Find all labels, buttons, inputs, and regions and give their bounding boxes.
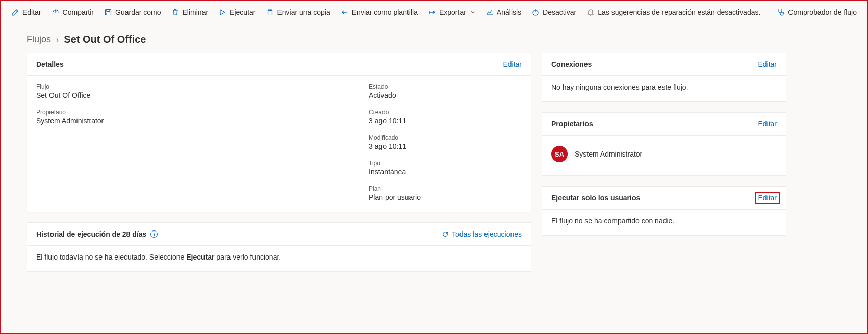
connections-edit-link[interactable]: Editar xyxy=(758,60,777,68)
owners-card: Propietarios Editar SA System Administra… xyxy=(542,112,786,176)
owners-edit-link[interactable]: Editar xyxy=(758,120,777,128)
avatar: SA xyxy=(551,146,568,162)
run-only-edit-link[interactable]: Editar xyxy=(758,194,777,202)
svg-rect-1 xyxy=(268,10,272,15)
connections-title: Conexiones xyxy=(551,60,592,68)
flow-value: Set Out Of Office xyxy=(36,91,348,99)
run-only-edit-highlight: Editar xyxy=(755,192,780,204)
copy-icon xyxy=(266,8,274,16)
command-bar: Editar Compartir Guardar como Eliminar E… xyxy=(1,1,867,23)
delete-label: Eliminar xyxy=(183,8,209,16)
play-icon xyxy=(218,8,226,16)
page-title: Set Out Of Office xyxy=(64,34,146,45)
repair-suggestions-button[interactable]: Las sugerencias de reparación están desa… xyxy=(582,6,764,18)
save-as-button[interactable]: Guardar como xyxy=(100,6,165,18)
arrow-left-icon xyxy=(341,8,349,16)
run-label: Ejecutar xyxy=(229,8,256,16)
run-only-card: Ejecutar solo los usuarios Editar El flu… xyxy=(542,186,786,236)
modified-label: Modificado xyxy=(369,134,522,141)
details-edit-link[interactable]: Editar xyxy=(503,60,522,68)
info-icon[interactable]: i xyxy=(150,230,158,238)
power-icon xyxy=(531,8,540,16)
owner-row: SA System Administrator xyxy=(551,143,777,165)
details-card: Detalles Editar Flujo Set Out Of Office … xyxy=(27,53,531,212)
delete-button[interactable]: Eliminar xyxy=(167,6,213,18)
run-only-empty-text: El flujo no se ha compartido con nadie. xyxy=(551,217,777,225)
bell-icon xyxy=(586,8,595,16)
run-history-empty-suffix: para verlo funcionar. xyxy=(214,253,281,261)
created-value: 3 ago 10:11 xyxy=(369,117,522,125)
run-button[interactable]: Ejecutar xyxy=(214,6,260,18)
details-title: Detalles xyxy=(36,60,64,68)
plan-value: Plan por usuario xyxy=(369,193,522,201)
analytics-label: Análisis xyxy=(497,8,521,16)
export-label: Exportar xyxy=(439,8,466,16)
pencil-icon xyxy=(11,8,19,16)
disable-label: Desactivar xyxy=(543,8,576,16)
connections-empty-text: No hay ninguna conexiones para este fluj… xyxy=(551,83,777,91)
owner-name: System Administrator xyxy=(575,150,642,158)
created-label: Creado xyxy=(369,109,522,116)
refresh-icon xyxy=(442,230,449,238)
breadcrumb: Flujos › Set Out Of Office xyxy=(1,23,867,53)
save-as-icon xyxy=(104,8,112,16)
run-history-empty-bold: Ejecutar xyxy=(186,253,214,261)
run-history-card: Historial de ejecución de 28 días i Toda… xyxy=(27,222,531,272)
stethoscope-icon xyxy=(777,8,785,16)
breadcrumb-flows-link[interactable]: Flujos xyxy=(27,34,51,45)
edit-label: Editar xyxy=(22,8,41,16)
flow-checker-label: Comprobador de flujo xyxy=(788,8,857,16)
type-label: Tipo xyxy=(369,160,522,167)
send-copy-button[interactable]: Enviar una copia xyxy=(262,6,334,18)
analytics-icon xyxy=(486,8,494,16)
run-history-title: Historial de ejecución de 28 días xyxy=(36,230,146,238)
share-icon xyxy=(52,8,60,16)
status-value: Activado xyxy=(369,91,522,99)
plan-label: Plan xyxy=(369,185,522,192)
send-template-button[interactable]: Enviar como plantilla xyxy=(337,6,422,18)
analytics-button[interactable]: Análisis xyxy=(481,6,525,18)
svg-rect-0 xyxy=(106,9,111,15)
chevron-down-icon xyxy=(470,10,475,15)
connections-card: Conexiones Editar No hay ninguna conexio… xyxy=(542,53,786,102)
page-body: Detalles Editar Flujo Set Out Of Office … xyxy=(1,53,867,282)
svg-point-3 xyxy=(783,12,784,13)
run-only-title: Ejecutar solo los usuarios xyxy=(551,194,640,202)
repair-suggestions-label: Las sugerencias de reparación están desa… xyxy=(598,8,760,16)
send-copy-label: Enviar una copia xyxy=(277,8,330,16)
status-label: Estado xyxy=(369,83,522,90)
type-value: Instantánea xyxy=(369,168,522,176)
flow-label: Flujo xyxy=(36,83,348,90)
all-runs-link[interactable]: Todas las ejecuciones xyxy=(442,230,522,238)
modified-value: 3 ago 10:11 xyxy=(369,142,522,150)
export-button[interactable]: Exportar xyxy=(424,6,479,18)
all-runs-label: Todas las ejecuciones xyxy=(452,230,522,238)
owner-label: Propietario xyxy=(36,109,348,116)
flow-checker-button[interactable]: Comprobador de flujo xyxy=(773,6,861,18)
export-icon xyxy=(428,8,436,16)
edit-button[interactable]: Editar xyxy=(7,6,45,18)
send-template-label: Enviar como plantilla xyxy=(352,8,418,16)
disable-button[interactable]: Desactivar xyxy=(527,6,580,18)
share-label: Compartir xyxy=(63,8,94,16)
owners-title: Propietarios xyxy=(551,120,593,128)
breadcrumb-separator: › xyxy=(56,35,59,44)
owner-value: System Administrator xyxy=(36,117,348,125)
run-history-empty-prefix: El flujo todavía no se ha ejecutado. Sel… xyxy=(36,253,186,261)
share-button[interactable]: Compartir xyxy=(47,6,98,18)
trash-icon xyxy=(171,8,180,16)
save-as-label: Guardar como xyxy=(115,8,161,16)
